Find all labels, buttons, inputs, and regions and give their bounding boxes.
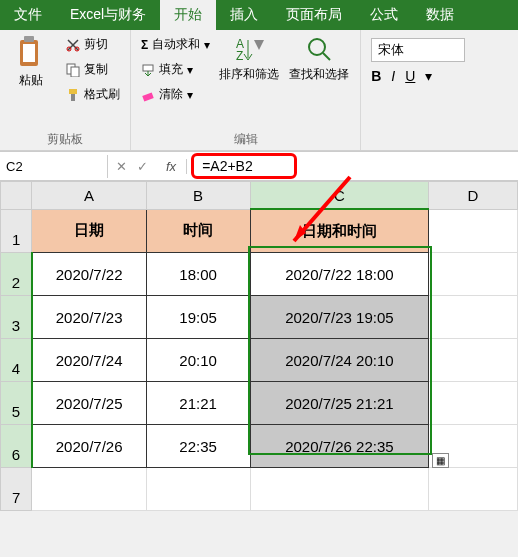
row-header-3[interactable]: 3 [1,296,32,339]
underline-button[interactable]: U [405,68,415,84]
fill-button[interactable]: 填充 ▾ [137,59,214,80]
eraser-icon [141,88,155,102]
cancel-icon[interactable]: ✕ [116,159,127,174]
cell-d5[interactable] [429,382,518,425]
cell-b7[interactable] [146,468,250,511]
cell-b3[interactable]: 19:05 [146,296,250,339]
cell-b4[interactable]: 20:10 [146,339,250,382]
row-header-5[interactable]: 5 [1,382,32,425]
cell-c2[interactable]: 2020/7/22 18:00 [250,253,428,296]
cell-a1[interactable]: 日期 [32,209,146,253]
format-painter-button[interactable]: 格式刷 [62,84,124,105]
cell-c1[interactable]: 日期和时间 [250,209,428,253]
cell-c5[interactable]: 2020/7/25 21:21 [250,382,428,425]
cell-d2[interactable] [429,253,518,296]
cell-d7[interactable] [429,468,518,511]
cell-b5[interactable]: 21:21 [146,382,250,425]
ribbon-group-font: 宋体 B I U ▾ [361,30,475,150]
copy-button[interactable]: 复制 [62,59,124,80]
tab-excel-finance[interactable]: Excel与财务 [56,0,160,30]
svg-rect-9 [143,65,153,71]
svg-rect-7 [69,89,77,94]
cell-c6[interactable]: 2020/7/26 22:35 [250,425,428,468]
svg-rect-8 [71,94,75,101]
svg-text:Z: Z [236,49,243,63]
autofill-options-icon[interactable]: ▦ [432,453,449,468]
enter-icon[interactable]: ✓ [137,159,148,174]
row-header-6[interactable]: 6 [1,425,32,468]
col-header-d[interactable]: D [429,182,518,210]
clear-button[interactable]: 清除 ▾ [137,84,214,105]
tab-insert[interactable]: 插入 [216,0,272,30]
ribbon-tabs: 文件 Excel与财务 开始 插入 页面布局 公式 数据 [0,0,518,30]
ribbon-group-editing: Σ 自动求和 ▾ 填充 ▾ 清除 ▾ AZ 排序和筛选 [131,30,361,150]
cell-b1[interactable]: 时间 [146,209,250,253]
svg-point-13 [309,39,325,55]
tab-formulas[interactable]: 公式 [356,0,412,30]
cell-a2[interactable]: 2020/7/22 [32,253,146,296]
col-header-b[interactable]: B [146,182,250,210]
chevron-down-icon: ▾ [204,38,210,52]
fill-down-icon [141,63,155,77]
sort-filter-button[interactable]: AZ 排序和筛选 [214,34,284,83]
tab-data[interactable]: 数据 [412,0,468,30]
paste-icon [16,34,46,70]
brush-icon [66,88,80,102]
cell-c7[interactable] [250,468,428,511]
cell-b6[interactable]: 22:35 [146,425,250,468]
clipboard-group-label: 剪贴板 [47,131,83,148]
row-header-1[interactable]: 1 [1,209,32,253]
italic-button[interactable]: I [391,68,395,84]
col-header-a[interactable]: A [32,182,146,210]
row-header-7[interactable]: 7 [1,468,32,511]
formula-bar: ✕ ✓ fx =A2+B2 [0,151,518,181]
cell-c3[interactable]: 2020/7/23 19:05 [250,296,428,339]
name-box[interactable] [0,155,108,178]
chevron-down-icon[interactable]: ▾ [425,68,432,84]
row-header-2[interactable]: 2 [1,253,32,296]
font-name-select[interactable]: 宋体 [371,38,465,62]
cell-d1[interactable] [429,209,518,253]
tab-page-layout[interactable]: 页面布局 [272,0,356,30]
formula-input[interactable]: =A2+B2 [191,153,297,179]
cut-button[interactable]: 剪切 [62,34,124,55]
scissors-icon [66,38,80,52]
svg-rect-2 [23,44,35,62]
cell-c4[interactable]: 2020/7/24 20:10 [250,339,428,382]
cell-d3[interactable] [429,296,518,339]
row-header-4[interactable]: 4 [1,339,32,382]
svg-rect-1 [24,36,34,42]
paste-label: 粘贴 [19,72,43,89]
col-header-c[interactable]: C [250,182,428,210]
svg-rect-10 [142,92,153,101]
find-select-button[interactable]: 查找和选择 [284,34,354,83]
tab-file[interactable]: 文件 [0,0,56,30]
magnifier-icon [304,34,334,64]
cell-a6[interactable]: 2020/7/26 [32,425,146,468]
svg-rect-6 [71,67,79,77]
bold-button[interactable]: B [371,68,381,84]
sigma-icon: Σ [141,38,148,52]
copy-icon [66,63,80,77]
tab-home[interactable]: 开始 [160,0,216,30]
ribbon-group-clipboard: 粘贴 剪切 复制 格式刷 剪贴板 [0,30,131,150]
cell-a3[interactable]: 2020/7/23 [32,296,146,339]
select-all-corner[interactable] [1,182,32,210]
fx-icon[interactable]: fx [156,159,187,174]
ribbon: 粘贴 剪切 复制 格式刷 剪贴板 [0,30,518,151]
cell-a4[interactable]: 2020/7/24 [32,339,146,382]
cell-b2[interactable]: 18:00 [146,253,250,296]
editing-group-label: 编辑 [234,131,258,148]
spreadsheet: A B C D 1 日期 时间 日期和时间 2 2020/7/22 18:00 … [0,181,518,511]
cell-a5[interactable]: 2020/7/25 [32,382,146,425]
paste-button[interactable]: 粘贴 [6,34,56,89]
chevron-down-icon: ▾ [187,88,193,102]
autosum-button[interactable]: Σ 自动求和 ▾ [137,34,214,55]
cell-d4[interactable] [429,339,518,382]
cell-a7[interactable] [32,468,146,511]
chevron-down-icon: ▾ [187,63,193,77]
sort-filter-icon: AZ [234,34,264,64]
svg-line-14 [323,53,330,60]
